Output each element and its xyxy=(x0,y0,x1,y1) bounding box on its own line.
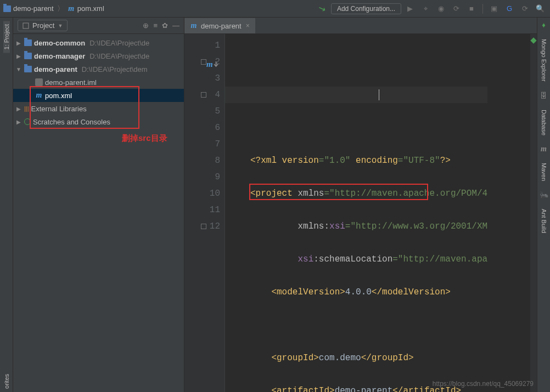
error-stripe[interactable] xyxy=(530,34,537,392)
expand-all-icon[interactable]: ≡ xyxy=(153,21,158,30)
project-tool-button[interactable]: 1: Project xyxy=(3,21,10,53)
fold-marker[interactable] xyxy=(201,224,206,229)
maven-goto-icon[interactable]: m xyxy=(206,56,218,72)
locate-icon[interactable]: ⊕ xyxy=(143,21,149,30)
line-number: 7 xyxy=(184,136,220,152)
node-label: pom.xml xyxy=(45,92,72,100)
ant-tool-button[interactable]: Ant Build xyxy=(541,206,547,236)
tree-node-parent[interactable]: ▼ demo-parent D:\IDEA\Project\dem xyxy=(13,63,184,76)
node-label: External Libraries xyxy=(31,105,87,113)
chevron-down-icon: ▼ xyxy=(58,23,63,29)
line-number: 6 xyxy=(184,120,220,136)
watermark: https://blog.csdn.net/qq_45069279 xyxy=(433,380,534,388)
search-everywhere-button[interactable]: 🔍 xyxy=(534,2,547,15)
node-label: demo-parent xyxy=(34,65,77,73)
arrow-right-icon: ▶ xyxy=(15,106,22,112)
breadcrumb: demo-parent 〉 m pom.xml xyxy=(3,4,316,14)
library-icon: ||| xyxy=(24,105,29,112)
translate-button[interactable]: G xyxy=(503,2,516,15)
coverage-button[interactable]: ◉ xyxy=(434,2,447,15)
node-label: demo-manager xyxy=(34,52,85,60)
vcs-button[interactable]: ▣ xyxy=(487,2,501,15)
breadcrumb-file[interactable]: m pom.xml xyxy=(68,4,104,13)
node-path: D:\IDEA\Project\dem xyxy=(82,65,148,73)
line-number: 8 xyxy=(184,152,220,169)
line-number: 10 xyxy=(184,185,220,202)
maven-file-icon: m xyxy=(190,22,198,30)
project-selector-icon xyxy=(23,22,29,29)
folder-icon xyxy=(24,66,32,72)
cursor-line-highlight xyxy=(225,87,487,103)
left-tool-strip: 1: Project orites xyxy=(0,18,13,392)
project-tree[interactable]: ▶ demo-common D:\IDEA\Project\de ▶ demo-… xyxy=(13,34,184,130)
folder-icon xyxy=(24,53,32,59)
top-toolbar: demo-parent 〉 m pom.xml ↘ Add Configurat… xyxy=(0,0,550,18)
node-path: D:\IDEA\Project\de xyxy=(89,39,149,47)
favorites-tool-button[interactable]: orites xyxy=(3,371,10,392)
tree-node-pom[interactable]: m pom.xml xyxy=(13,89,184,102)
maven-icon: m xyxy=(540,145,548,153)
svg-rect-0 xyxy=(23,23,29,29)
line-number: 11 xyxy=(184,202,220,218)
breadcrumb-root[interactable]: demo-parent xyxy=(3,4,54,13)
toolbar-right: ↘ Add Configuration... ▶ ⌖ ◉ ⟳ ■ ▣ G ⟳ 🔍 xyxy=(316,2,547,15)
arrow-right-icon: ▶ xyxy=(15,53,22,59)
editor-tab-bar: m demo-parent × xyxy=(184,18,537,34)
fold-marker[interactable] xyxy=(201,59,206,65)
line-number: 3 xyxy=(184,70,220,87)
run-button[interactable]: ▶ xyxy=(403,2,417,15)
debug-button[interactable]: ⌖ xyxy=(419,2,432,15)
gear-icon[interactable]: ✿ xyxy=(162,21,168,30)
editor-tab-label: demo-parent xyxy=(201,22,242,30)
tree-node-iml[interactable]: demo-parent.iml xyxy=(13,76,184,89)
iml-icon xyxy=(35,78,43,86)
editor-body[interactable]: 1 2 3 4 5 6 7 8 9 10 11 12 m <?xml versi… xyxy=(184,34,537,392)
arrow-down-icon: ▼ xyxy=(15,66,22,72)
node-label: demo-parent.iml xyxy=(45,78,97,87)
build-button[interactable]: ↘ xyxy=(316,2,329,15)
divider xyxy=(482,4,483,14)
add-configuration-button[interactable]: Add Configuration... xyxy=(331,3,401,14)
stop-button[interactable]: ■ xyxy=(465,2,478,15)
annotation-text: 删掉src目录 xyxy=(122,133,167,144)
project-view-selector[interactable]: Project ▼ xyxy=(18,20,68,31)
tree-node-external-libs[interactable]: ▶ ||| External Libraries xyxy=(13,102,184,115)
hide-panel-icon[interactable]: — xyxy=(172,21,179,30)
profile-button[interactable]: ⟳ xyxy=(450,2,463,15)
node-path: D:\IDEA\Project\de xyxy=(89,52,149,60)
node-label: Scratches and Consoles xyxy=(33,118,110,126)
node-label: demo-common xyxy=(34,39,85,47)
line-number: 9 xyxy=(184,169,220,185)
database-tool-button[interactable]: Database xyxy=(541,106,547,139)
sync-button[interactable]: ⟳ xyxy=(518,2,531,15)
scratches-icon xyxy=(24,118,31,125)
hammer-icon: ↘ xyxy=(317,2,328,14)
arrow-right-icon: ▶ xyxy=(15,40,22,46)
maven-file-icon: m xyxy=(68,5,75,13)
leaf-icon: ♦ xyxy=(542,21,546,29)
code-view[interactable]: m <?xml version="1.0" encoding="UTF-8"?>… xyxy=(225,34,487,392)
text-caret xyxy=(379,89,379,100)
editor-area: m demo-parent × 1 2 3 4 5 6 7 8 9 10 11 … xyxy=(184,18,537,392)
tree-node-common[interactable]: ▶ demo-common D:\IDEA\Project\de xyxy=(13,36,184,49)
maven-file-icon: m xyxy=(35,92,43,99)
project-panel: Project ▼ ⊕ ≡ ✿ — ▶ demo-common D:\IDEA\… xyxy=(13,18,184,392)
breadcrumb-root-label: demo-parent xyxy=(13,4,54,13)
ant-icon: 🐜 xyxy=(540,191,548,199)
folder-icon xyxy=(24,39,32,46)
close-icon[interactable]: × xyxy=(245,22,251,30)
editor-tab-demo-parent[interactable]: m demo-parent × xyxy=(184,18,255,33)
right-tool-strip: ♦ Mongo Explorer 🗄 Database m Maven 🐜 An… xyxy=(537,18,550,392)
maven-tool-button[interactable]: Maven xyxy=(541,160,547,184)
fold-marker[interactable] xyxy=(201,92,206,98)
mongo-tool-button[interactable]: Mongo Explorer xyxy=(541,36,547,85)
annotation-box-code xyxy=(249,184,428,200)
line-number: 5 xyxy=(184,103,220,120)
tree-node-scratches[interactable]: ▶ Scratches and Consoles xyxy=(13,115,184,128)
breadcrumb-sep: 〉 xyxy=(57,4,64,14)
project-panel-header: Project ▼ ⊕ ≡ ✿ — xyxy=(13,18,184,34)
line-number: 1 xyxy=(184,37,220,54)
tree-node-manager[interactable]: ▶ demo-manager D:\IDEA\Project\de xyxy=(13,49,184,63)
project-view-label: Project xyxy=(32,21,54,30)
arrow-right-icon: ▶ xyxy=(15,119,22,125)
